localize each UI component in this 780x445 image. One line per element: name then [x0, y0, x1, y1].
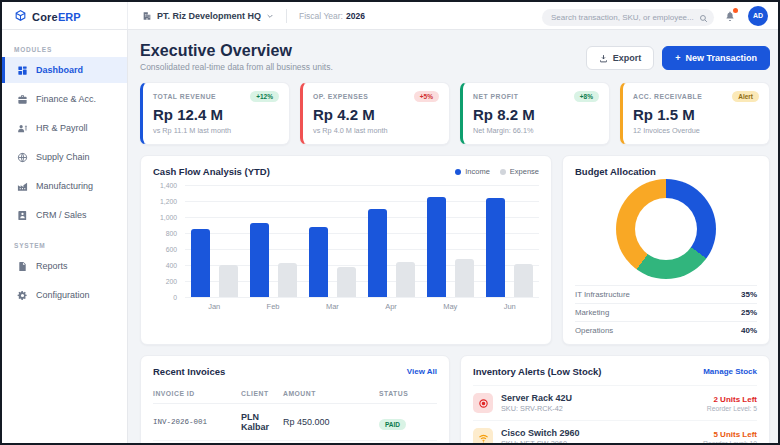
sidebar-item-hr[interactable]: HR & Payroll: [2, 115, 127, 141]
y-tick-label: 800: [166, 230, 177, 237]
bar-group-feb: [250, 185, 297, 297]
sidebar-item-configuration[interactable]: Configuration: [2, 282, 127, 308]
sidebar-item-label: Supply Chain: [36, 152, 90, 162]
inventory-item[interactable]: Cisco Switch 2960 SKU: NET-SW-2960 5 Uni…: [473, 421, 757, 443]
kpi-value: Rp 12.4 M: [153, 106, 279, 123]
kpi-card-net-profit: NET PROFIT+8% Rp 8.2 M Net Margin: 66.1%: [460, 82, 610, 145]
sidebar-item-supply-chain[interactable]: Supply Chain: [2, 144, 127, 170]
factory-icon: [17, 181, 28, 192]
kpi-badge: +12%: [250, 91, 279, 102]
export-button[interactable]: Export: [586, 46, 655, 70]
kpi-row: TOTAL REVENUE+12% Rp 12.4 M vs Rp 11.1 M…: [140, 82, 770, 145]
kpi-card-op-expenses: OP. EXPENSES+5% Rp 4.2 M vs Rp 4.0 M las…: [300, 82, 450, 145]
kpi-badge: +5%: [414, 91, 439, 102]
sidebar-item-reports[interactable]: Reports: [2, 253, 127, 279]
bar-group-jun: [486, 185, 533, 297]
y-axis: 1,4001,2001,0008006004002000: [153, 185, 185, 297]
sidebar-item-label: Dashboard: [36, 65, 83, 75]
briefcase-icon: [17, 94, 28, 105]
invoice-row[interactable]: INV-2026-001 PLN Kalbar Rp 450.000 PAID: [153, 404, 437, 441]
bar-group-apr: [368, 185, 415, 297]
top-bar: CoreERP PT. Riz Development HQ Fiscal Ye…: [2, 2, 778, 30]
sidebar-section-modules: MODULES: [2, 40, 127, 57]
plus-icon: +: [675, 53, 680, 63]
sidebar-item-label: Manufacturing: [36, 181, 93, 191]
invoice-client: PLN Kalbar: [241, 412, 283, 432]
kpi-subtext: vs Rp 11.1 M last month: [153, 126, 279, 135]
page-title: Executive Overview: [140, 42, 333, 60]
contact-book-icon: [17, 210, 28, 221]
expense-bar: [219, 265, 238, 297]
kpi-card-total-revenue: TOTAL REVENUE+12% Rp 12.4 M vs Rp 11.1 M…: [140, 82, 290, 145]
bar-group-may: [427, 185, 474, 297]
avatar[interactable]: AD: [748, 6, 768, 26]
sidebar-item-crm[interactable]: CRM / Sales: [2, 202, 127, 228]
income-bar: [368, 209, 387, 297]
cube-logo-icon: [14, 9, 27, 22]
search-input[interactable]: [542, 9, 714, 26]
manage-stock-link[interactable]: Manage Stock: [703, 367, 757, 376]
budget-legend-row: Operations40%: [575, 321, 757, 339]
building-icon: [142, 11, 152, 21]
topbar-divider: [286, 9, 287, 23]
expense-legend-dot: [500, 169, 506, 175]
bar-group-jan: [191, 185, 238, 297]
sidebar-section-system: SYSTEM: [2, 236, 127, 253]
income-bar: [309, 227, 328, 297]
app-window: CoreERP PT. Riz Development HQ Fiscal Ye…: [0, 0, 780, 445]
kpi-subtext: Net Margin: 66.1%: [473, 126, 599, 135]
company-name: PT. Riz Development HQ: [157, 11, 261, 21]
income-legend-dot: [455, 169, 461, 175]
expense-bar: [455, 259, 474, 297]
invoice-amount: Rp 450.000: [283, 417, 379, 427]
download-icon: [599, 54, 608, 63]
item-sku: SKU: SRV-RCK-42: [501, 404, 699, 413]
expense-bar: [278, 263, 297, 297]
inventory-item[interactable]: Server Rack 42U SKU: SRV-RCK-42 2 Units …: [473, 385, 757, 421]
income-bar: [486, 198, 505, 297]
plot-area: [185, 185, 539, 297]
sidebar-item-label: Reports: [36, 261, 68, 271]
units-left: 5 Units Left: [703, 430, 757, 439]
expense-bar: [337, 267, 356, 297]
reorder-level: Reorder Level: 10: [703, 440, 757, 444]
y-tick-label: 1,400: [160, 182, 177, 189]
brand-logo[interactable]: CoreERP: [2, 2, 128, 29]
reorder-level: Reorder Level: 5: [707, 405, 757, 412]
x-tick-label: Mar: [326, 302, 339, 311]
chevron-down-icon: [266, 12, 274, 20]
company-selector[interactable]: PT. Riz Development HQ: [142, 11, 274, 21]
sidebar-item-finance[interactable]: Finance & Acc.: [2, 86, 127, 112]
x-tick-label: Jun: [504, 302, 516, 311]
view-all-link[interactable]: View All: [407, 367, 437, 376]
notification-bell[interactable]: [724, 10, 736, 22]
brand-name: CoreERP: [32, 7, 81, 25]
expense-bar: [396, 262, 415, 297]
sidebar-item-dashboard[interactable]: Dashboard: [2, 57, 127, 83]
invoice-status-badge: PAID: [379, 419, 406, 430]
y-tick-label: 400: [166, 262, 177, 269]
x-tick-label: Apr: [385, 302, 397, 311]
x-tick-label: Feb: [267, 302, 280, 311]
wifi-icon: [473, 428, 493, 443]
invoice-table-header: INVOICE ID CLIENT AMOUNT STATUS: [153, 385, 437, 404]
sidebar-item-label: Finance & Acc.: [36, 94, 96, 104]
expense-bar: [514, 264, 533, 297]
new-transaction-button[interactable]: + New Transaction: [662, 46, 770, 70]
recent-invoices-card: Recent Invoices View All INVOICE ID CLIE…: [140, 355, 450, 443]
search-icon: [699, 9, 708, 27]
units-left: 2 Units Left: [707, 395, 757, 404]
item-name: Cisco Switch 2960: [501, 428, 695, 438]
invoice-row[interactable]: INV-2026-002 Honda Dealer Rp 15.000.000 …: [153, 441, 437, 443]
inventory-title: Inventory Alerts (Low Stock): [473, 366, 601, 377]
invoice-id: INV-2026-001: [153, 418, 241, 426]
users-icon: [17, 123, 28, 134]
budget-legend-row: Marketing25%: [575, 303, 757, 321]
server-icon: [473, 393, 493, 413]
sidebar-item-manufacturing[interactable]: Manufacturing: [2, 173, 127, 199]
bar-group-mar: [309, 185, 356, 297]
cashflow-title: Cash Flow Analysis (YTD): [153, 166, 270, 177]
inventory-alerts-card: Inventory Alerts (Low Stock) Manage Stoc…: [460, 355, 770, 443]
income-bar: [250, 223, 269, 297]
kpi-value: Rp 1.5 M: [633, 106, 759, 123]
